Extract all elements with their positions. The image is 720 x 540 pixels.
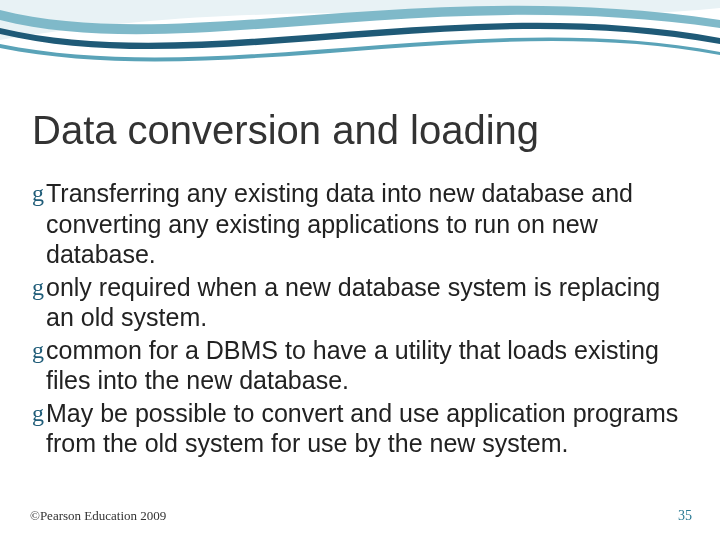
page-number: 35 [678,508,692,524]
bullet-item: g common for a DBMS to have a utility th… [32,335,684,396]
bullet-text: only required when a new database system… [46,272,684,333]
bullet-item: g May be possible to convert and use app… [32,398,684,459]
bullet-item: g only required when a new database syst… [32,272,684,333]
bullet-text: Transferring any existing data into new … [46,178,684,270]
bullet-glyph-icon: g [32,399,44,428]
slide-body: g Transferring any existing data into ne… [32,178,684,461]
bullet-glyph-icon: g [32,273,44,302]
slide-title: Data conversion and loading [32,108,688,153]
bullet-glyph-icon: g [32,179,44,208]
bullet-text: May be possible to convert and use appli… [46,398,684,459]
bullet-text: common for a DBMS to have a utility that… [46,335,684,396]
bullet-item: g Transferring any existing data into ne… [32,178,684,270]
slide: Data conversion and loading g Transferri… [0,0,720,540]
footer-copyright: ©Pearson Education 2009 [30,508,166,524]
header-decoration [0,0,720,96]
bullet-glyph-icon: g [32,336,44,365]
